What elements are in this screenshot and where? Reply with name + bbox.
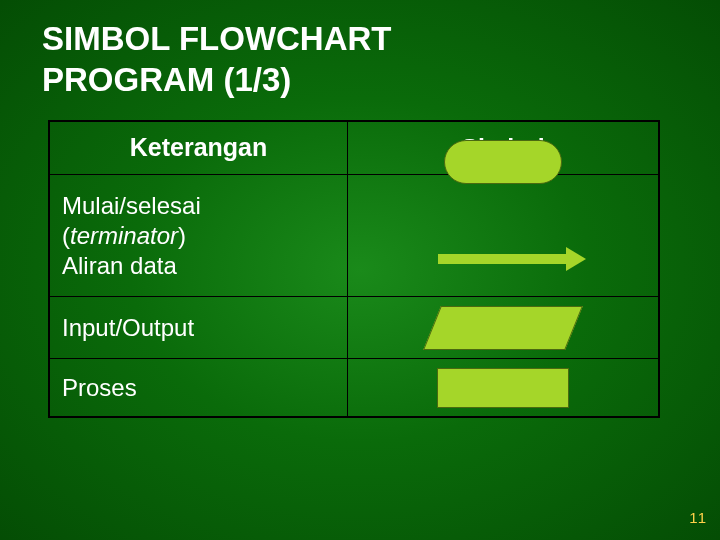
slide-title: SIMBOL FLOWCHART PROGRAM (1/3) [42, 18, 392, 101]
page-number: 11 [689, 509, 706, 526]
sym-io [348, 297, 658, 358]
parallelogram-shape-icon [423, 306, 583, 350]
terminator-shape-icon [444, 140, 562, 184]
arrow-shape-icon [438, 254, 568, 264]
table-row: Mulai/selesai (terminator) Aliran data [50, 174, 658, 296]
sym-proses [348, 359, 658, 416]
title-line-1: SIMBOL FLOWCHART [42, 20, 392, 57]
title-line-2: PROGRAM (1/3) [42, 61, 291, 98]
header-keterangan: Keterangan [50, 122, 348, 174]
table-header-row: Keterangan Simbol [50, 122, 658, 174]
desc-io: Input/Output [50, 297, 348, 358]
table-row: Proses [50, 358, 658, 416]
symbol-table: Keterangan Simbol Mulai/selesai (termina… [48, 120, 660, 418]
desc-terminator-aliran: Mulai/selesai (terminator) Aliran data [50, 175, 348, 296]
desc-proses: Proses [50, 359, 348, 416]
rectangle-shape-icon [437, 368, 569, 408]
sym-terminator-aliran [348, 175, 658, 296]
table-row: Input/Output [50, 296, 658, 358]
